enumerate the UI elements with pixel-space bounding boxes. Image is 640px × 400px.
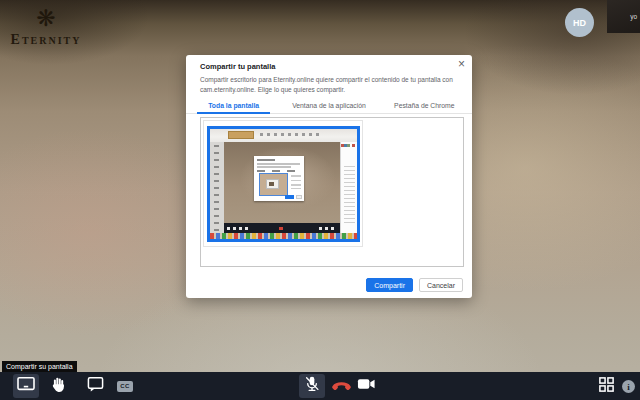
- raise-hand-button[interactable]: [48, 376, 68, 396]
- thumb-call-toolbar: [224, 223, 340, 233]
- tab-ventana-de-la-aplicacion[interactable]: Ventana de la aplicación: [281, 97, 376, 113]
- tab-toda-la-pantalla[interactable]: Toda la pantalla: [186, 97, 281, 113]
- video-call-stage: ❋ Eternity HD yo × Compartir tu pantalla…: [0, 0, 640, 400]
- chat-icon: [87, 376, 104, 396]
- hang-up-icon: [331, 378, 352, 396]
- hang-up-button[interactable]: [330, 380, 352, 393]
- info-icon: i: [622, 380, 635, 393]
- thumb-nested-preview: [259, 173, 288, 196]
- thumb-nested-lines: [291, 175, 301, 189]
- share-screen-icon: [16, 376, 36, 396]
- dialog-description: Compartir escritorio para Eternity.onlin…: [200, 75, 462, 94]
- dialog-title: Compartir tu pantalla: [200, 62, 275, 71]
- cancel-button[interactable]: Cancelar: [419, 278, 463, 292]
- share-screen-dialog: × Compartir tu pantalla Compartir escrit…: [186, 55, 472, 298]
- closed-captions-icon: CC: [117, 381, 133, 392]
- closed-captions-button[interactable]: CC: [117, 379, 133, 393]
- thumb-call-toolbar-right-icons: [319, 227, 335, 230]
- thumb-nested-dialog: [254, 156, 304, 201]
- thumb-nested-share-button: [285, 195, 294, 199]
- thumb-nested-text: [257, 166, 291, 168]
- info-button[interactable]: i: [621, 379, 636, 394]
- self-view-label: yo: [630, 13, 637, 20]
- thumb-left-sidebar: [210, 142, 224, 233]
- thumb-nested-text: [257, 163, 300, 165]
- brand-wordmark: Eternity: [6, 32, 86, 48]
- thumb-call-toolbar-left-icons: [227, 227, 249, 230]
- tab-pestana-de-chrome[interactable]: Pestaña de Chrome: [377, 97, 472, 113]
- share-screen-button[interactable]: [13, 374, 39, 398]
- close-icon[interactable]: ×: [458, 58, 465, 70]
- self-view-thumbnail[interactable]: yo: [607, 0, 640, 33]
- thumb-browser-toolbar-dots: [260, 133, 320, 136]
- thumb-nested-title: [257, 159, 275, 161]
- hd-quality-badge[interactable]: HD: [565, 8, 594, 37]
- thumb-desktop-taskbar: [210, 233, 357, 239]
- screen-options-panel: [200, 117, 464, 267]
- screen-preview-thumbnail[interactable]: [207, 126, 360, 242]
- brand-logo: ❋ Eternity: [6, 6, 86, 48]
- apps-grid-button[interactable]: [597, 377, 616, 396]
- camera-button[interactable]: [356, 378, 376, 394]
- share-screen-tooltip: Compartir su pantalla: [2, 361, 77, 372]
- thumb-hangup-dot: [279, 227, 283, 230]
- microphone-muted-button[interactable]: [299, 374, 325, 398]
- camera-icon: [357, 377, 376, 395]
- thumb-nested-preview-dot: [269, 182, 274, 186]
- thumb-right-panel: [340, 142, 357, 233]
- apps-grid-icon: [598, 376, 615, 397]
- thumb-browser-tab: [228, 131, 254, 139]
- call-toolbar: CC: [0, 372, 640, 400]
- thumb-nested-cancel-button: [296, 195, 302, 199]
- chat-button[interactable]: [85, 377, 105, 395]
- thumb-extension-icons: [341, 144, 355, 147]
- share-button[interactable]: Compartir: [366, 278, 413, 292]
- eternity-emblem-icon: ❋: [6, 6, 86, 30]
- raise-hand-icon: [51, 376, 66, 397]
- thumb-nested-tabs: [257, 170, 297, 172]
- dialog-tabs: Toda la pantalla Ventana de la aplicació…: [186, 97, 472, 114]
- microphone-muted-icon: [303, 375, 321, 397]
- screen-option-cell: [203, 120, 363, 247]
- dialog-buttons: Compartir Cancelar: [366, 278, 463, 292]
